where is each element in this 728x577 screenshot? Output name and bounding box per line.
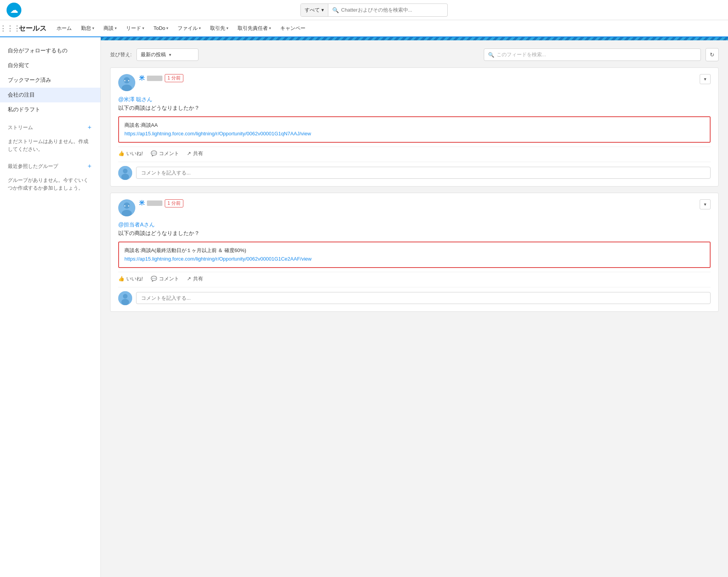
nav-item-contact[interactable]: 取引先責任者 ▾ [234,20,275,37]
post-time-badge-1: 1 分前 [165,74,183,82]
sidebar-item-company[interactable]: 会社の注目 [0,88,100,102]
sort-bar: 並び替え: 最新の投稿 ▾ 🔍 このフィードを検索... ↻ [110,48,719,61]
nav-item-todo[interactable]: ToDo ▾ [150,20,172,37]
nav-item-campaign[interactable]: キャンペー [276,20,309,37]
app-name: セールス [19,24,47,33]
content-stripe-header [101,37,728,40]
post-mention-1[interactable]: @米澤 聡さん [118,96,152,102]
sort-label: 並び替え: [110,51,132,58]
share-button-1[interactable]: ↗ 共有 [187,150,203,157]
streams-empty-text: まだストリームはありません。作成してください。 [0,135,100,156]
like-button-1[interactable]: 👍 いいね! [118,150,143,157]
sidebar-item-self[interactable]: 自分宛て [0,58,100,73]
chevron-down-icon: ▾ [115,26,117,30]
comment-area-2 [118,287,711,305]
nav-campaign-label: キャンペー [280,25,305,32]
comment-button-1[interactable]: 💬 コメント [151,150,179,157]
sidebar-item-bookmarks[interactable]: ブックマーク済み [0,73,100,88]
main-layout: 自分がフォローするもの 自分宛て ブックマーク済み 会社の注目 私のドラフト ス… [0,37,728,577]
post-body-1: @米澤 聡さん 以下の商談はどうなりましたか？ [118,95,711,112]
chevron-down-icon: ▾ [166,26,168,30]
sidebar-item-following[interactable]: 自分がフォローするもの [0,43,100,58]
nav-contact-label: 取引先責任者 [238,25,268,32]
post-meta-2: 米 1 分前 [139,199,183,207]
post-dropdown-1[interactable]: ▾ [700,74,711,84]
nav-attendance-label: 勤怠 [81,25,91,32]
post-card-2: 米 1 分前 ▾ @担当者Aさん 以下の商談はどうなりましたか？ 商談名:商談A… [110,193,719,312]
app-launcher-icon[interactable]: ⋮⋮⋮ [5,23,16,34]
post-link-title-1: 商談名:商談AA [124,121,704,130]
post-link-title-2: 商談名:商談A(最終活動日が１ヶ月以上前 ＆ 確度60%) [124,246,704,255]
comment-avatar-2 [118,291,132,305]
chevron-down-icon: ▾ [169,52,171,57]
nav-account-label: 取引先 [210,25,225,32]
comment-button-2[interactable]: 💬 コメント [151,275,179,282]
comment-input-2[interactable] [136,292,711,304]
nav-item-lead[interactable]: リード ▾ [122,20,148,37]
like-button-2[interactable]: 👍 いいね! [118,275,143,282]
sort-value: 最新の投稿 [141,51,166,58]
search-icon: 🔍 [488,52,494,58]
post-card-1: 米 1 分前 ▾ @米澤 聡さん 以下の商談はどうなりましたか？ 商談名:商談A… [110,67,719,187]
post-header-1: 米 1 分前 ▾ [118,74,711,91]
nav-item-attendance[interactable]: 勤怠 ▾ [77,20,98,37]
comment-icon-1: 💬 [151,150,157,156]
add-stream-button[interactable]: ＋ [86,123,93,131]
nav-lead-label: リード [126,25,141,32]
streams-label: ストリーム [8,124,33,131]
post-link-box-2: 商談名:商談A(最終活動日が１ヶ月以上前 ＆ 確度60%) https://ap… [118,242,711,268]
post-meta-1: 米 1 分前 [139,74,183,82]
search-scope[interactable]: すべて ▾ [301,4,328,16]
chevron-down-icon: ▾ [226,26,228,30]
comment-label-2: コメント [159,275,179,282]
post-username-blurred-1 [147,76,162,81]
post-username-blurred-2 [147,200,162,206]
comment-input-1[interactable] [136,167,711,179]
avatar-2 [118,199,135,216]
svg-point-11 [121,174,129,180]
nav-todo-label: ToDo [154,25,165,31]
nav-item-opportunity[interactable]: 商談 ▾ [100,20,121,37]
svg-point-20 [128,205,129,206]
svg-point-22 [123,294,128,299]
comment-avatar-1 [118,166,132,180]
refresh-button[interactable]: ↻ [706,48,719,61]
svg-text:☁: ☁ [10,5,18,14]
sidebar: 自分がフォローするもの 自分宛て ブックマーク済み 会社の注目 私のドラフト ス… [0,37,101,577]
salesforce-logo[interactable]: ☁ [6,2,22,18]
svg-point-23 [121,299,129,305]
chevron-down-icon: ▾ [142,26,144,30]
post-actions-1: 👍 いいね! 💬 コメント ↗ 共有 [118,147,711,157]
post-mention-2[interactable]: @担当者Aさん [118,221,155,228]
post-body-2: @担当者Aさん 以下の商談はどうなりましたか？ [118,220,711,238]
nav-home-label: ホーム [57,25,72,32]
search-input[interactable] [341,7,442,13]
share-label-1: 共有 [193,150,203,157]
nav-item-home[interactable]: ホーム [53,20,76,37]
post-link-url-2[interactable]: https://ap15.lightning.force.com/lightni… [124,256,312,262]
sidebar-item-drafts[interactable]: 私のドラフト [0,102,100,117]
post-dropdown-2[interactable]: ▾ [700,199,711,209]
nav-item-files[interactable]: ファイル ▾ [174,20,205,37]
post-link-url-1[interactable]: https://ap15.lightning.force.com/lightni… [124,131,311,136]
feed-search[interactable]: 🔍 このフィードを検索... [484,48,701,61]
comment-label-1: コメント [159,150,179,157]
chevron-down-icon: ▾ [269,26,271,30]
sidebar-section-groups: 最近参照したグループ ＋ [0,156,100,173]
feed-search-placeholder: このフィードを検索... [497,51,546,58]
chevron-down-icon: ▾ [92,26,94,30]
top-bar: ☁ すべて ▾ 🔍 [0,0,728,20]
search-input-wrap: 🔍 [328,7,447,13]
share-button-2[interactable]: ↗ 共有 [187,275,203,282]
add-group-button[interactable]: ＋ [86,162,93,170]
post-username-2: 米 [139,200,145,207]
post-user-1: 米 1 分前 [139,74,183,82]
groups-label: 最近参照したグループ [8,163,58,170]
like-label-2: いいね! [126,275,143,282]
share-label-2: 共有 [193,275,203,282]
nav-item-account[interactable]: 取引先 ▾ [206,20,232,37]
post-link-box-1: 商談名:商談AA https://ap15.lightning.force.co… [118,116,711,143]
sort-select[interactable]: 最新の投稿 ▾ [136,48,198,61]
post-text-2: 以下の商談はどうなりましたか？ [118,230,200,236]
search-area: すべて ▾ 🔍 [300,3,448,17]
